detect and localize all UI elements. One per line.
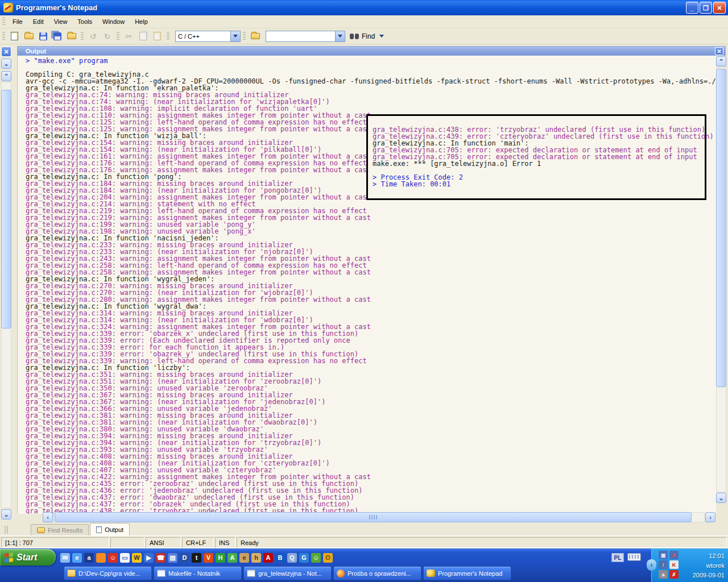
outlook-express-icon[interactable]: ✉: [60, 553, 70, 563]
firefox-icon[interactable]: [96, 553, 106, 563]
scissors-icon: ✂: [126, 32, 133, 41]
error-highlight-box: gra_telewizyjna.c:438: error: 'trzyobraz…: [366, 114, 706, 200]
save-icon: [39, 32, 47, 40]
dock-collapse-button[interactable]: ⌄: [1, 59, 11, 69]
close-button[interactable]: ✕: [713, 2, 726, 14]
project-folder-icon: [67, 33, 76, 39]
scheme-dropdown-button[interactable]: [230, 31, 240, 41]
paste-button[interactable]: [151, 30, 164, 43]
save-all-icon: [53, 32, 61, 40]
undo-button[interactable]: ↺: [86, 30, 100, 43]
cut-button[interactable]: ✂: [122, 30, 135, 43]
output-panel-close-button[interactable]: ✕: [715, 47, 723, 55]
find-results-icon: [37, 527, 45, 533]
left-scrollbar-up-button[interactable]: ⌃: [1, 71, 11, 81]
dock-close-button[interactable]: ✕: [1, 47, 11, 57]
security-shield-icon[interactable]: ✗: [669, 570, 679, 579]
menu-view[interactable]: View: [49, 16, 73, 27]
output-panel-header: Output ✕: [17, 46, 726, 56]
a-green-icon[interactable]: A: [228, 553, 237, 563]
h-app-icon[interactable]: H: [216, 553, 225, 563]
kaspersky-icon[interactable]: K: [669, 560, 679, 569]
language-indicator[interactable]: PL: [611, 553, 624, 562]
menu-help[interactable]: Help: [130, 16, 153, 27]
network-warning-icon[interactable]: !: [659, 560, 668, 569]
find-button[interactable]: Find: [350, 32, 375, 40]
globe-a-icon[interactable]: a: [659, 570, 668, 579]
right-scrollbar-thumb[interactable]: [716, 69, 726, 387]
blue-globe-icon[interactable]: a: [84, 553, 94, 563]
right-scrollbar-down-button[interactable]: ⌄: [716, 493, 726, 503]
menu-edit[interactable]: Edit: [28, 16, 49, 27]
restore-button[interactable]: ❐: [700, 2, 712, 14]
horizontal-scrollbar-thumb[interactable]: [55, 512, 692, 522]
emule-icon[interactable]: e: [239, 553, 249, 563]
taskbar-window-label: D:\Dev-Cpp\gra vide...: [78, 570, 140, 577]
menu-tools[interactable]: Tools: [72, 16, 97, 27]
scheme-select[interactable]: C / C++: [175, 31, 241, 42]
menu-window[interactable]: Window: [97, 16, 130, 27]
toolbar-gripper[interactable]: [81, 32, 84, 41]
frog-icon[interactable]: ☺: [311, 553, 321, 563]
output-doc-icon: [96, 526, 102, 533]
menu-gripper[interactable]: [2, 17, 5, 26]
internet-explorer-icon[interactable]: e: [72, 553, 82, 563]
pn-icon: [427, 569, 435, 577]
toolbar-gripper[interactable]: [117, 32, 119, 41]
taskbar-window-button[interactable]: gra_telewizyjna - Not...: [243, 566, 332, 580]
network-computers-icon[interactable]: ▣: [659, 551, 668, 559]
tray-icons: ▣✗!Ka✗: [659, 551, 680, 579]
winamp-icon[interactable]: W: [132, 553, 142, 563]
dialer-icon[interactable]: ☎: [156, 553, 166, 563]
insert-mode-indicator: INS: [215, 537, 235, 548]
redo-button[interactable]: ↻: [101, 30, 114, 43]
media-player-icon[interactable]: ▶: [144, 553, 154, 563]
bluetooth-icon[interactable]: B: [275, 553, 285, 563]
globe-icon[interactable]: G: [299, 553, 309, 563]
find-options-caret[interactable]: [379, 35, 384, 38]
tab-find-results[interactable]: Find Results: [31, 524, 89, 535]
output-panel-title: Output: [26, 48, 46, 55]
red-smiley-icon[interactable]: ☺: [108, 553, 118, 563]
v-app-icon[interactable]: V: [204, 553, 213, 563]
tux-penguin-icon[interactable]: t: [192, 553, 201, 563]
open-file-button[interactable]: [22, 30, 35, 43]
tab-output[interactable]: Output: [90, 523, 130, 535]
new-file-button[interactable]: [8, 30, 21, 43]
minimize-button[interactable]: _: [686, 2, 698, 14]
open-project-button[interactable]: [65, 30, 78, 43]
adobe-reader-icon[interactable]: A: [263, 553, 273, 563]
floppy-drive-icon[interactable]: ▤: [168, 553, 177, 563]
find-in-files-button[interactable]: [249, 30, 262, 43]
hand-pen-icon[interactable]: h: [251, 553, 261, 563]
keyboard-icon[interactable]: [627, 553, 641, 561]
left-scrollbar-down-button[interactable]: ⌄: [1, 509, 11, 519]
alarm-clock-icon[interactable]: O: [323, 553, 333, 563]
save-all-button[interactable]: [51, 30, 64, 43]
menu-file[interactable]: File: [7, 16, 28, 27]
dev-cpp-icon[interactable]: D: [180, 553, 189, 563]
taskbar-window-button[interactable]: D:\Dev-Cpp\gra vide...: [64, 566, 152, 580]
status-bar: [1:1] : 707 ANSI CR+LF INS Ready: [0, 535, 728, 548]
horizontal-scrollbar-left-button[interactable]: ‹: [43, 512, 53, 522]
start-button[interactable]: Start: [0, 549, 56, 566]
left-scrollbar-thumb[interactable]: [1, 90, 11, 329]
save-button[interactable]: [36, 30, 49, 43]
copy-button[interactable]: [136, 30, 150, 43]
tab-gripper[interactable]: [5, 526, 8, 534]
network-disconnected-icon[interactable]: ✗: [669, 551, 679, 559]
toolbar-gripper[interactable]: [2, 32, 5, 41]
taskbar-window-button[interactable]: Prośba o sprawdzeni...: [333, 566, 421, 580]
find-input[interactable]: [266, 31, 345, 42]
search-icon[interactable]: Q: [287, 553, 297, 563]
find-dropdown-button[interactable]: [335, 31, 345, 41]
show-desktop-icon[interactable]: ▭: [120, 553, 130, 563]
toolbar-gripper[interactable]: [243, 32, 246, 41]
toolbar-gripper[interactable]: [167, 32, 169, 41]
right-scrollbar-up-button[interactable]: ⌃: [716, 56, 726, 66]
tray-collapse-chevron[interactable]: ‹: [647, 559, 656, 571]
clock-day: wtorek: [693, 561, 725, 571]
horizontal-scrollbar-right-button[interactable]: ›: [705, 512, 715, 522]
taskbar-window-button[interactable]: Makefile - Notatnik: [154, 566, 242, 580]
taskbar-window-button[interactable]: Programmer's Notepad: [423, 566, 511, 580]
